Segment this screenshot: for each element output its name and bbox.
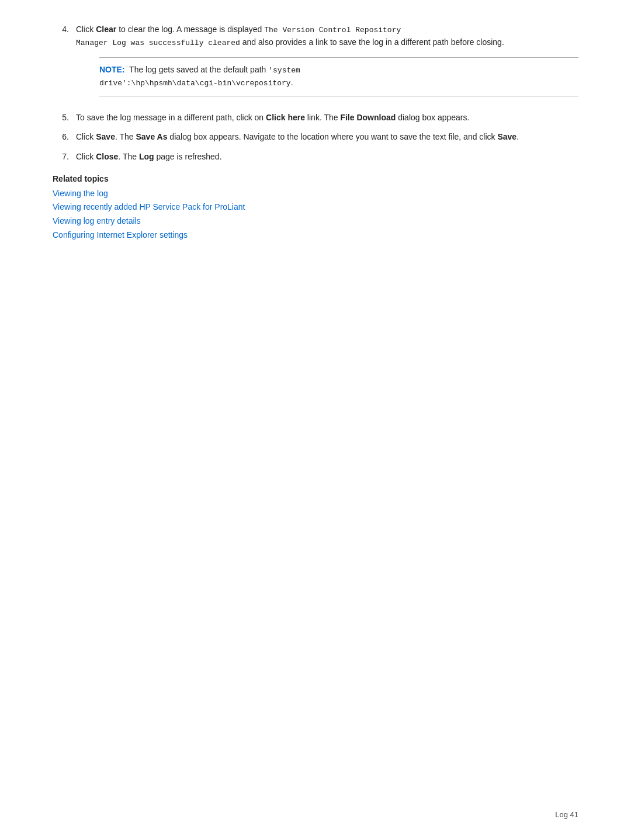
step-4-number: 4. [53, 23, 69, 105]
note-box: NOTE: The log gets saved at the default … [99, 57, 578, 96]
page-content: 4. Click Clear to clear the log. A messa… [0, 0, 631, 840]
save-label-2: Save [497, 132, 516, 141]
related-link-viewing-log-entry[interactable]: Viewing log entry details [53, 214, 578, 228]
step-5: 5. To save the log message in a differen… [53, 112, 578, 124]
related-link-viewing-log[interactable]: Viewing the log [53, 187, 578, 201]
step-4-content: Click Clear to clear the log. A message … [76, 23, 578, 105]
step-7-number: 7. [53, 151, 69, 164]
step-7: 7. Click Close. The Log page is refreshe… [53, 151, 578, 164]
file-download-label: File Download [340, 113, 396, 122]
note-text: NOTE: The log gets saved at the default … [99, 65, 300, 87]
related-topics-title: Related topics [53, 174, 578, 183]
step-5-number: 5. [53, 112, 69, 124]
save-as-label: Save As [136, 132, 167, 141]
note-label: NOTE: [99, 65, 125, 74]
steps-list: 4. Click Clear to clear the log. A messa… [53, 23, 578, 164]
save-label: Save [96, 132, 115, 141]
step-6-content: Click Save. The Save As dialog box appea… [76, 131, 578, 144]
note-path-code: 'systemdrive':\hp\hpsmh\data\cgi-bin\vcr… [99, 66, 300, 88]
log-label: Log [139, 152, 154, 161]
clear-message-code: The Version Control RepositoryManager Lo… [76, 26, 401, 47]
close-label: Close [96, 152, 118, 161]
step-5-content: To save the log message in a different p… [76, 112, 578, 124]
step-4: 4. Click Clear to clear the log. A messa… [53, 23, 578, 105]
step-6-number: 6. [53, 131, 69, 144]
related-link-configuring-ie[interactable]: Configuring Internet Explorer settings [53, 228, 578, 242]
page-footer: Log 41 [555, 810, 578, 819]
step-6: 6. Click Save. The Save As dialog box ap… [53, 131, 578, 144]
click-here-label: Click here [266, 113, 305, 122]
related-link-viewing-recently-added[interactable]: Viewing recently added HP Service Pack f… [53, 200, 578, 214]
clear-label: Clear [96, 25, 116, 34]
related-topics-section: Related topics Viewing the log Viewing r… [53, 174, 578, 242]
step-7-content: Click Close. The Log page is refreshed. [76, 151, 578, 164]
